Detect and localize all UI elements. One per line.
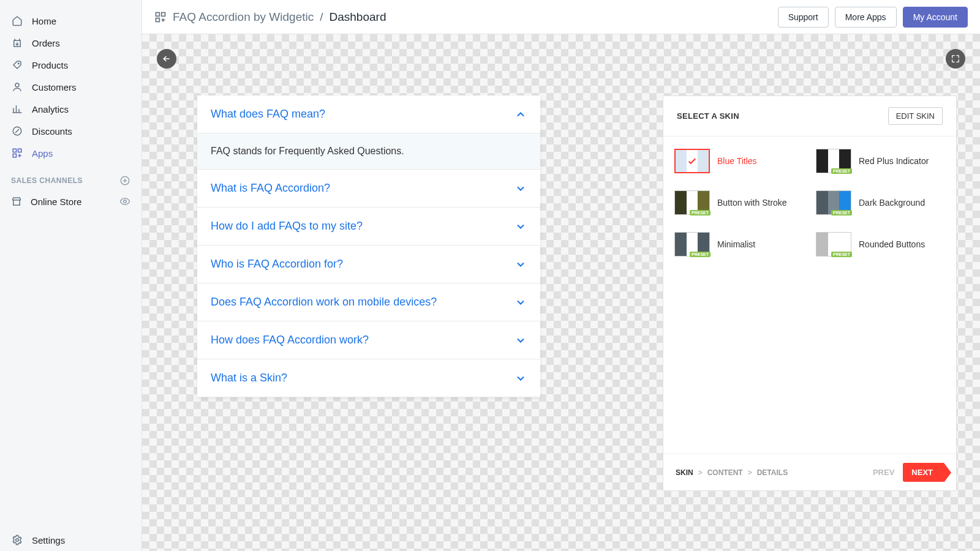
skin-option-label: Dark Background [859,198,925,208]
skin-option[interactable]: Blue Titles [674,149,804,173]
preset-badge: PRESET [690,210,710,216]
canvas-expand-button[interactable] [946,49,965,69]
faq-question-text: What is FAQ Accordion? [211,182,330,195]
faq-question[interactable]: What does FAQ mean? [197,96,540,133]
faq-question[interactable]: What is a Skin? [197,359,540,397]
skin-option-label: Red Plus Indicator [859,156,929,166]
chevron-down-icon [514,372,527,384]
faq-question[interactable]: Who is FAQ Accordion for? [197,246,540,283]
skin-option[interactable]: PRESETRed Plus Indicator [816,149,945,173]
faq-item: How do I add FAQs to my site? [197,208,540,246]
more-apps-button[interactable]: More Apps [835,7,897,28]
faq-question-text: How do I add FAQs to my site? [211,220,363,233]
breadcrumb-separator: / [320,10,323,24]
chevron-up-icon [514,108,527,121]
skin-thumbnail: PRESET [816,149,851,173]
skin-thumbnail: PRESET [674,232,710,257]
skin-option[interactable]: PRESETButton with Stroke [674,190,804,215]
analytics-icon [11,103,23,115]
faq-question[interactable]: How do I add FAQs to my site? [197,208,540,245]
faq-item: Does FAQ Accordion work on mobile device… [197,283,540,321]
main: FAQ Accordion by Widgetic / Dashboard Su… [142,0,980,551]
nav-label: Products [32,60,68,70]
svg-point-7 [124,200,127,203]
home-icon [11,15,23,27]
nav-apps[interactable]: Apps [0,142,141,164]
svg-point-1 [15,83,19,87]
nav-products[interactable]: Products [0,54,141,76]
faq-item: How does FAQ Accordion work? [197,321,540,359]
breadcrumb-apps-icon [154,11,167,23]
chevron-down-icon [514,220,527,233]
preset-badge: PRESET [831,168,852,174]
wizard-steps: SKIN > CONTENT > DETAILS [676,468,788,477]
chevron-down-icon [514,258,527,271]
wizard-nav: PREV NEXT [873,463,944,482]
editor-canvas: What does FAQ mean? FAQ stands for Frequ… [142,34,980,551]
preset-badge: PRESET [831,252,852,257]
nav-label: Apps [32,148,53,159]
svg-rect-10 [162,12,165,16]
skin-panel: SELECT A SKIN EDIT SKIN Blue TitlesPRESE… [663,96,957,491]
faq-question[interactable]: What is FAQ Accordion? [197,170,540,207]
chevron-down-icon [514,182,527,195]
preset-badge: PRESET [690,252,710,257]
skin-option[interactable]: PRESETDark Background [816,190,945,215]
nav-label: Discounts [32,126,72,137]
svg-rect-4 [18,149,21,152]
view-store-icon[interactable] [119,196,130,207]
my-account-button[interactable]: My Account [903,7,968,28]
svg-point-8 [16,539,19,542]
skin-options-grid: Blue TitlesPRESETRed Plus IndicatorPRESE… [663,137,956,454]
faq-question-text: Does FAQ Accordion work on mobile device… [211,296,437,309]
skin-option[interactable]: PRESETRounded Buttons [816,232,945,257]
skin-thumbnail: PRESET [816,190,851,215]
nav-label: Home [32,16,56,26]
customers-icon [11,81,23,93]
nav-home[interactable]: Home [0,10,141,32]
edit-skin-button[interactable]: EDIT SKIN [888,107,943,125]
skin-option-label: Button with Stroke [717,198,787,208]
store-icon [11,196,22,207]
faq-question[interactable]: Does FAQ Accordion work on mobile device… [197,283,540,321]
wizard-step-details[interactable]: DETAILS [757,468,788,477]
add-channel-icon[interactable] [119,175,130,186]
sales-channels-header: SALES CHANNELS [0,164,141,191]
faq-question[interactable]: How does FAQ Accordion work? [197,321,540,359]
skin-option[interactable]: PRESETMinimalist [674,232,804,257]
nav-label: Customers [32,82,77,92]
channel-online-store[interactable]: Online Store [0,191,141,212]
faq-item: What is FAQ Accordion? [197,170,540,208]
breadcrumb-page: Dashboard [330,10,386,24]
nav-orders[interactable]: Orders [0,32,141,54]
svg-point-0 [18,63,20,64]
faq-question-text: What is a Skin? [211,372,287,384]
sidebar: Home Orders Products Customers Analytics… [0,0,142,551]
svg-rect-9 [156,12,160,16]
wizard-step-skin[interactable]: SKIN [676,468,693,477]
faq-question-text: Who is FAQ Accordion for? [211,258,343,271]
wizard-step-content[interactable]: CONTENT [707,468,743,477]
wizard-next-button[interactable]: NEXT [903,463,944,482]
nav-analytics[interactable]: Analytics [0,98,141,120]
nav-customers[interactable]: Customers [0,76,141,98]
nav-label: Settings [32,535,65,545]
canvas-back-button[interactable] [157,49,176,69]
faq-item: What is a Skin? [197,359,540,397]
nav-discounts[interactable]: Discounts [0,120,141,142]
wizard-prev-button[interactable]: PREV [873,468,894,477]
checkmark-icon [687,156,698,167]
nav-settings[interactable]: Settings [0,529,141,551]
skin-option-label: Minimalist [717,239,755,249]
breadcrumb-app-name[interactable]: FAQ Accordion by Widgetic [173,10,314,24]
skin-panel-title: SELECT A SKIN [677,111,739,121]
svg-rect-11 [156,18,160,21]
section-title: SALES CHANNELS [11,176,83,185]
skin-panel-header: SELECT A SKIN EDIT SKIN [663,96,956,137]
svg-rect-3 [13,149,16,152]
chevron-down-icon [514,296,527,309]
skin-thumbnail: PRESET [674,190,710,215]
support-button[interactable]: Support [778,7,829,28]
orders-icon [11,37,23,49]
faq-item: What does FAQ mean? FAQ stands for Frequ… [197,96,540,170]
